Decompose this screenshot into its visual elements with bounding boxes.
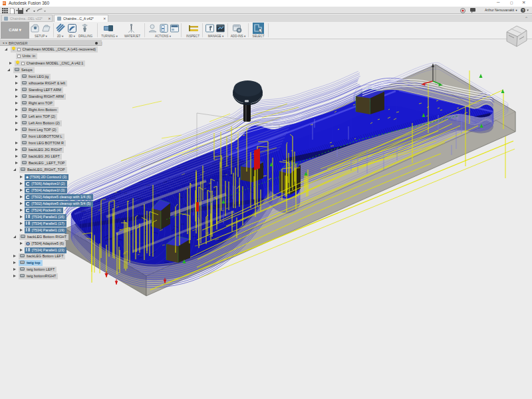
svg-text:?: ? bbox=[522, 9, 524, 13]
